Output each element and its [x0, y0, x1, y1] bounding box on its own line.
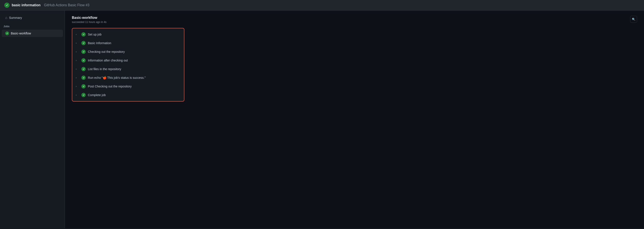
summary-link[interactable]: ⌂ Summary: [2, 14, 63, 22]
step-success-icon-1: [81, 41, 86, 45]
chevron-right-icon-6: ›: [76, 85, 79, 88]
step-success-icon-3: [81, 58, 86, 62]
step-success-icon-2: [81, 50, 86, 54]
chevron-right-icon-1: ›: [76, 42, 79, 44]
step-success-icon-7: [81, 93, 86, 97]
sidebar-job-label: Basic-workflow: [11, 32, 31, 35]
step-label-1: Basic Information: [88, 41, 111, 45]
header-success-icon: [4, 2, 10, 8]
step-row-complete-job[interactable]: › Complete job: [72, 91, 184, 99]
step-row-run-echo[interactable]: › Run echo "🍎 This job's status is succe…: [72, 74, 184, 82]
search-button[interactable]: 🔍: [630, 16, 637, 23]
summary-label: Summary: [9, 16, 22, 20]
workflow-header: Basic-workflow succeeded 11 hours ago in…: [72, 16, 637, 24]
home-icon: ⌂: [5, 16, 7, 20]
content-area: Basic-workflow succeeded 11 hours ago in…: [65, 10, 644, 228]
chevron-right-icon-3: ›: [76, 59, 79, 62]
step-row-setup-job[interactable]: › Set up job: [72, 30, 184, 39]
step-success-icon-6: [81, 84, 86, 88]
sidebar-item-basic-workflow[interactable]: Basic-workflow: [2, 30, 63, 37]
job-success-icon: [5, 32, 9, 35]
step-row-basic-information[interactable]: › Basic Information: [72, 39, 184, 48]
top-header: basic information GitHub Actions Basic F…: [0, 0, 644, 10]
search-icon: 🔍: [632, 18, 636, 21]
step-success-icon-4: [81, 67, 86, 71]
workflow-meta: succeeded 11 hours ago in 4s: [72, 20, 106, 24]
step-label-0: Set up job: [88, 33, 102, 36]
step-label-5: Run echo "🍎 This job's status is success…: [88, 76, 146, 80]
jobs-section-label: Jobs: [0, 23, 65, 30]
step-row-post-checkout[interactable]: › Post Checking out the repository: [72, 82, 184, 91]
steps-container: › Set up job › Basic Information › Check…: [72, 28, 184, 102]
step-row-checkout[interactable]: › Checking out the repository: [72, 48, 184, 56]
chevron-right-icon-5: ›: [76, 76, 79, 79]
chevron-right-icon-7: ›: [76, 94, 79, 96]
step-row-list-files[interactable]: › List files in the repository: [72, 65, 184, 74]
chevron-right-icon-2: ›: [76, 50, 79, 53]
step-row-info-after-checkout[interactable]: › Information after checking out: [72, 56, 184, 65]
step-label-2: Checking out the repository: [88, 50, 125, 54]
header-title-light: GitHub Actions Basic Flow #3: [44, 3, 89, 7]
step-label-4: List files in the repository: [88, 67, 121, 71]
workflow-info: Basic-workflow succeeded 11 hours ago in…: [72, 16, 106, 24]
chevron-right-icon-4: ›: [76, 68, 79, 70]
header-title-bold: basic information: [12, 3, 40, 7]
step-success-icon-5: [81, 76, 86, 80]
step-success-icon-0: [81, 32, 86, 36]
chevron-right-icon: ›: [76, 33, 79, 36]
step-label-3: Information after checking out: [88, 59, 128, 62]
workflow-title: Basic-workflow: [72, 16, 106, 20]
step-label-6: Post Checking out the repository: [88, 85, 132, 88]
main-layout: ⌂ Summary Jobs Basic-workflow Basic-work…: [0, 10, 644, 228]
step-label-7: Complete job: [88, 93, 106, 97]
sidebar: ⌂ Summary Jobs Basic-workflow: [0, 10, 65, 228]
